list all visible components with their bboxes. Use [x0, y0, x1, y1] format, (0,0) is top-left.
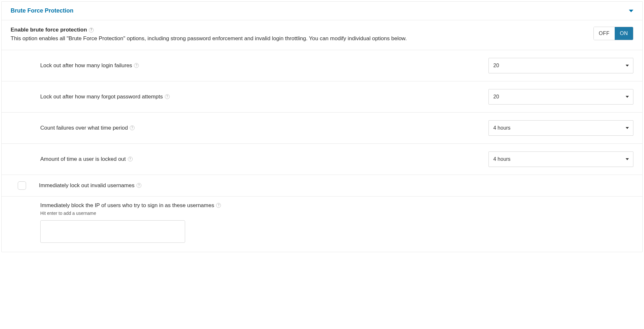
login-failures-select[interactable]: 20	[488, 58, 633, 73]
help-icon[interactable]: ?	[134, 63, 139, 68]
help-icon[interactable]: ?	[216, 203, 221, 208]
count-period-label-wrap: Count failures over what time period ?	[40, 125, 482, 131]
block-ip-title-wrap: Immediately block the IP of users who tr…	[40, 202, 221, 209]
forgot-attempts-label: Lock out after how many forgot password …	[40, 94, 163, 100]
enable-title-wrap: Enable brute force protection ?	[11, 27, 94, 33]
count-period-value: 4 hours	[493, 125, 510, 131]
lock-invalid-usernames-row: Immediately lock out invalid usernames ?	[2, 175, 642, 196]
lock-invalid-usernames-checkbox[interactable]	[18, 181, 26, 190]
forgot-attempts-select[interactable]: 20	[488, 89, 633, 105]
brute-force-panel: Brute Force Protection Enable brute forc…	[1, 1, 643, 252]
enable-text: Enable brute force protection ? This opt…	[11, 27, 587, 43]
help-icon[interactable]: ?	[128, 157, 133, 161]
enable-title: Enable brute force protection	[11, 27, 87, 33]
count-period-select-wrap: 4 hours	[488, 120, 633, 136]
enable-toggle[interactable]: OFF ON	[593, 27, 634, 40]
login-failures-select-wrap: 20	[488, 58, 633, 73]
help-icon[interactable]: ?	[165, 94, 170, 99]
login-failures-row: Lock out after how many login failures ?…	[2, 50, 642, 81]
forgot-attempts-select-wrap: 20	[488, 89, 633, 105]
help-icon[interactable]: ?	[137, 183, 141, 188]
lockout-time-select[interactable]: 4 hours	[488, 151, 633, 167]
toggle-off-button[interactable]: OFF	[594, 27, 615, 40]
count-period-row: Count failures over what time period ? 4…	[2, 113, 642, 144]
chevron-down-icon	[629, 10, 633, 12]
enable-row: Enable brute force protection ? This opt…	[2, 20, 642, 50]
block-ip-row: Immediately block the IP of users who tr…	[2, 196, 642, 252]
forgot-attempts-row: Lock out after how many forgot password …	[2, 81, 642, 113]
lock-invalid-usernames-label-wrap: Immediately lock out invalid usernames ?	[39, 182, 633, 189]
lockout-time-select-wrap: 4 hours	[488, 151, 633, 167]
panel-title: Brute Force Protection	[11, 7, 73, 14]
toggle-on-button[interactable]: ON	[615, 27, 633, 40]
forgot-attempts-value: 20	[493, 94, 499, 100]
lockout-time-label: Amount of time a user is locked out	[40, 156, 126, 162]
block-ip-label: Immediately block the IP of users who tr…	[40, 202, 214, 209]
login-failures-label: Lock out after how many login failures	[40, 62, 132, 69]
help-icon[interactable]: ?	[130, 125, 135, 130]
login-failures-value: 20	[493, 63, 499, 69]
count-period-select[interactable]: 4 hours	[488, 120, 633, 136]
login-failures-label-wrap: Lock out after how many login failures ?	[40, 62, 482, 69]
block-ip-hint: Hit enter to add a username	[40, 211, 633, 216]
lockout-time-label-wrap: Amount of time a user is locked out ?	[40, 156, 482, 162]
lockout-time-row: Amount of time a user is locked out ? 4 …	[2, 144, 642, 175]
block-ip-input[interactable]	[40, 220, 185, 243]
panel-header[interactable]: Brute Force Protection	[2, 2, 642, 20]
help-icon[interactable]: ?	[89, 28, 94, 32]
forgot-attempts-label-wrap: Lock out after how many forgot password …	[40, 94, 482, 100]
lock-invalid-usernames-label: Immediately lock out invalid usernames	[39, 182, 135, 189]
enable-description: This option enables all "Brute Force Pro…	[11, 34, 587, 43]
count-period-label: Count failures over what time period	[40, 125, 128, 131]
lockout-time-value: 4 hours	[493, 156, 510, 162]
